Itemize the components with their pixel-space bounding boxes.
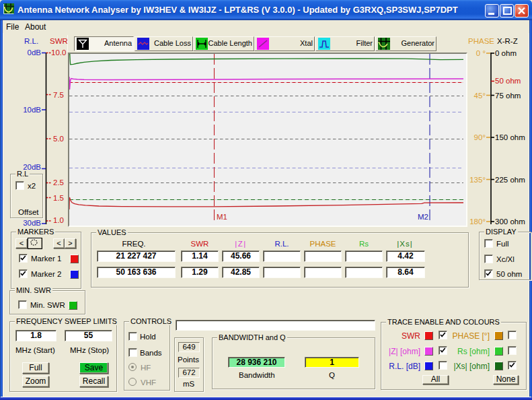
svg-text:M2: M2 bbox=[418, 213, 428, 221]
svg-text:M1: M1 bbox=[217, 213, 227, 221]
